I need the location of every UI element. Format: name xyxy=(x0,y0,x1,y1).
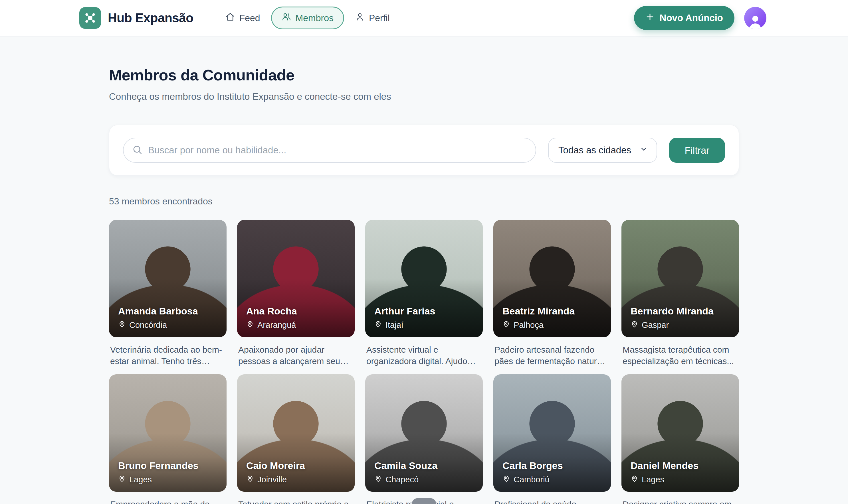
member-location: Gaspar xyxy=(630,320,733,330)
member-city: Lages xyxy=(642,475,664,484)
nav-item-perfil[interactable]: Perfil xyxy=(352,7,393,29)
member-bio: Tatuador com estilo próprio e muita dedi… xyxy=(238,499,353,504)
member-city: Itajaí xyxy=(385,320,403,330)
location-pin-icon xyxy=(374,475,382,484)
member-bio: Assistente virtual e organizadora digita… xyxy=(366,344,482,367)
member-photo: Carla Borges Camboriú xyxy=(493,374,611,492)
member-name: Bernardo Miranda xyxy=(630,306,733,317)
user-icon xyxy=(355,12,365,24)
filter-button[interactable]: Filtrar xyxy=(669,138,725,163)
search-filter-card: Todas as cidades Filtrar xyxy=(109,125,739,176)
new-announcement-button[interactable]: Novo Anúncio xyxy=(634,6,734,30)
nav-item-membros[interactable]: Membros xyxy=(271,6,344,29)
member-card[interactable]: Amanda Barbosa Concórdia Veterinária ded… xyxy=(109,220,227,367)
city-filter-select[interactable]: Todas as cidades xyxy=(548,138,657,163)
nav-item-label: Perfil xyxy=(369,13,390,23)
location-pin-icon xyxy=(118,475,126,484)
brand-name: Hub Expansão xyxy=(108,11,193,25)
page-subtitle: Conheça os membros do Instituto Expansão… xyxy=(109,91,739,102)
member-photo: Camila Souza Chapecó xyxy=(365,374,483,492)
member-name: Caio Moreira xyxy=(246,460,349,471)
nav-item-label: Membros xyxy=(296,13,333,23)
member-city: Camboriú xyxy=(514,475,550,484)
location-pin-icon xyxy=(374,320,382,330)
user-avatar[interactable] xyxy=(744,7,766,29)
member-caption: Caio Moreira Joinville xyxy=(246,460,349,484)
app-header: Hub Expansão Feed xyxy=(0,0,848,36)
member-card[interactable]: Caio Moreira Joinville Tatuador com esti… xyxy=(237,374,355,504)
member-card[interactable]: Bernardo Miranda Gaspar Massagista terap… xyxy=(621,220,739,367)
member-photo: Arthur Farias Itajaí xyxy=(365,220,483,337)
member-card[interactable]: Carla Borges Camboriú Profissional de sa… xyxy=(493,374,611,504)
member-bio: Profissional de saúde dedicado a promove… xyxy=(495,499,610,504)
location-pin-icon xyxy=(502,320,510,330)
member-location: Camboriú xyxy=(502,475,605,484)
member-location: Chapecó xyxy=(374,475,477,484)
member-photo: Daniel Mendes Lages xyxy=(621,374,739,492)
member-location: Joinville xyxy=(246,475,349,484)
member-caption: Beatriz Miranda Palhoça xyxy=(502,306,605,330)
member-caption: Camila Souza Chapecó xyxy=(374,460,477,484)
member-card[interactable]: Camila Souza Chapecó Eletricista residen… xyxy=(365,374,483,504)
member-city: Araranguá xyxy=(257,320,296,330)
member-caption: Daniel Mendes Lages xyxy=(630,460,733,484)
member-bio: Massagista terapêutica com especializaçã… xyxy=(623,344,738,367)
member-photo: Caio Moreira Joinville xyxy=(237,374,355,492)
member-caption: Amanda Barbosa Concórdia xyxy=(118,306,221,330)
header-right: Novo Anúncio xyxy=(634,6,766,30)
scroll-indicator[interactable] xyxy=(412,498,436,504)
location-pin-icon xyxy=(630,320,638,330)
member-location: Palhoça xyxy=(502,320,605,330)
member-city: Chapecó xyxy=(385,475,419,484)
members-grid: Amanda Barbosa Concórdia Veterinária ded… xyxy=(109,220,739,504)
location-pin-icon xyxy=(118,320,126,330)
users-icon xyxy=(282,12,291,24)
brand[interactable]: Hub Expansão xyxy=(79,7,193,29)
member-card[interactable]: Ana Rocha Araranguá Apaixonado por ajuda… xyxy=(237,220,355,367)
member-photo: Amanda Barbosa Concórdia xyxy=(109,220,227,337)
member-name: Daniel Mendes xyxy=(630,460,733,471)
location-pin-icon xyxy=(246,475,254,484)
member-caption: Arthur Farias Itajaí xyxy=(374,306,477,330)
member-location: Lages xyxy=(118,475,221,484)
member-name: Camila Souza xyxy=(374,460,477,471)
city-filter-value: Todas as cidades xyxy=(558,145,631,156)
chevron-down-icon xyxy=(639,145,648,156)
member-card[interactable]: Arthur Farias Itajaí Assistente virtual … xyxy=(365,220,483,367)
member-caption: Ana Rocha Araranguá xyxy=(246,306,349,330)
member-caption: Carla Borges Camboriú xyxy=(502,460,605,484)
member-city: Lages xyxy=(129,475,152,484)
member-name: Beatriz Miranda xyxy=(502,306,605,317)
member-city: Palhoça xyxy=(514,320,543,330)
member-location: Araranguá xyxy=(246,320,349,330)
member-bio: Designer criativo sempre em busca de nov… xyxy=(623,499,738,504)
hub-logo-icon xyxy=(79,7,101,29)
member-name: Amanda Barbosa xyxy=(118,306,221,317)
location-pin-icon xyxy=(630,475,638,484)
member-caption: Bernardo Miranda Gaspar xyxy=(630,306,733,330)
member-city: Joinville xyxy=(257,475,287,484)
location-pin-icon xyxy=(246,320,254,330)
member-name: Bruno Fernandes xyxy=(118,460,221,471)
member-city: Gaspar xyxy=(642,320,669,330)
header-left: Hub Expansão Feed xyxy=(79,6,393,29)
member-city: Concórdia xyxy=(129,320,167,330)
page-title: Membros da Comunidade xyxy=(109,66,739,84)
member-card[interactable]: Beatriz Miranda Palhoça Padeiro artesana… xyxy=(493,220,611,367)
member-location: Lages xyxy=(630,475,733,484)
location-pin-icon xyxy=(502,475,510,484)
member-name: Carla Borges xyxy=(502,460,605,471)
member-photo: Ana Rocha Araranguá xyxy=(237,220,355,337)
search-box xyxy=(123,138,536,163)
member-location: Itajaí xyxy=(374,320,477,330)
member-location: Concórdia xyxy=(118,320,221,330)
nav-item-feed[interactable]: Feed xyxy=(223,7,263,29)
nav-item-label: Feed xyxy=(239,13,260,23)
search-input[interactable] xyxy=(148,145,527,156)
main-content: Membros da Comunidade Conheça os membros… xyxy=(109,66,739,504)
member-photo: Bruno Fernandes Lages xyxy=(109,374,227,492)
plus-icon xyxy=(645,12,655,24)
member-card[interactable]: Bruno Fernandes Lages Empreendedora e mã… xyxy=(109,374,227,504)
home-icon xyxy=(225,12,235,24)
member-card[interactable]: Daniel Mendes Lages Designer criativo se… xyxy=(621,374,739,504)
